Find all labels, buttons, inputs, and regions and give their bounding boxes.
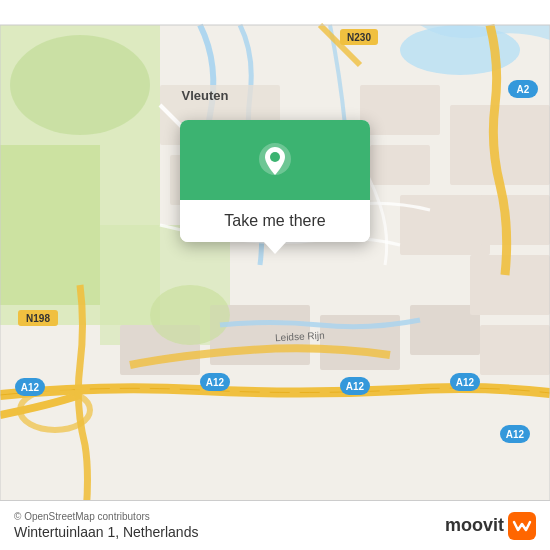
map-container: N230 A2 N198 A12 A12 A12 A12 A12 Vleuten… (0, 0, 550, 550)
moovit-logo-text: moovit (445, 515, 504, 536)
svg-rect-2 (0, 145, 100, 305)
location-label: Wintertuinlaan 1, Netherlands (14, 524, 198, 540)
svg-rect-10 (480, 195, 550, 245)
svg-text:A12: A12 (21, 382, 40, 393)
popup-header (180, 120, 370, 200)
svg-text:A12: A12 (206, 377, 225, 388)
svg-rect-18 (480, 325, 550, 375)
moovit-logo-icon (508, 512, 536, 540)
moovit-logo: moovit (445, 512, 536, 540)
svg-point-4 (10, 35, 150, 135)
svg-rect-6 (360, 85, 440, 135)
location-pin-icon (253, 140, 297, 184)
take-me-there-button[interactable]: Take me there (180, 200, 370, 242)
svg-text:A12: A12 (346, 381, 365, 392)
svg-text:Vleuten: Vleuten (182, 88, 229, 103)
svg-rect-8 (400, 195, 490, 255)
svg-rect-7 (370, 145, 430, 185)
svg-text:N230: N230 (347, 32, 371, 43)
svg-rect-16 (410, 305, 480, 355)
svg-text:A12: A12 (456, 377, 475, 388)
bottom-bar: © OpenStreetMap contributors Wintertuinl… (0, 500, 550, 550)
map-attribution: © OpenStreetMap contributors (14, 511, 198, 522)
svg-point-41 (270, 152, 280, 162)
svg-text:A2: A2 (517, 84, 530, 95)
svg-point-19 (150, 285, 230, 345)
popup-card: Take me there (180, 120, 370, 242)
svg-text:A12: A12 (506, 429, 525, 440)
svg-text:N198: N198 (26, 313, 50, 324)
bottom-bar-info: © OpenStreetMap contributors Wintertuinl… (14, 511, 198, 540)
